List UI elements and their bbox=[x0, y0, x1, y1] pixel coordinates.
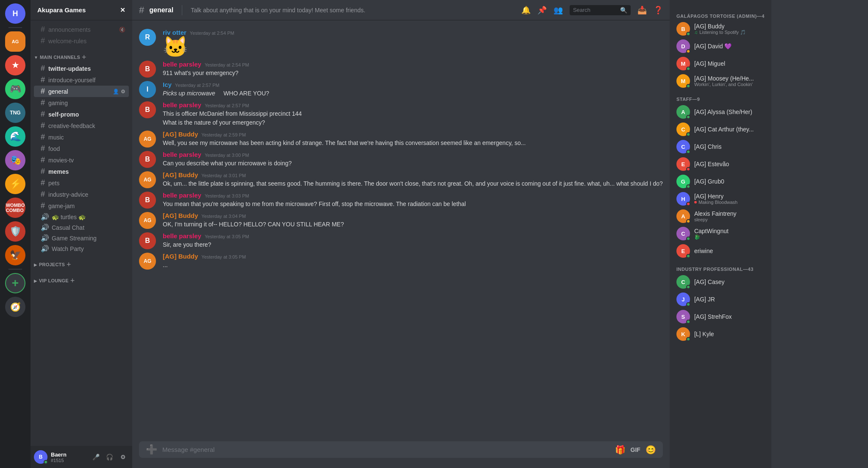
channel-item-announcements[interactable]: # announcements 🔇 bbox=[34, 24, 129, 35]
category-projects[interactable]: ▶ PROJECTS + bbox=[31, 254, 132, 270]
channel-item-movies-tv[interactable]: # movies-tv bbox=[34, 154, 129, 166]
message-author[interactable]: belle parsley bbox=[163, 232, 201, 240]
help-icon[interactable]: ❓ bbox=[654, 6, 663, 15]
channel-item-pets[interactable]: # pets bbox=[34, 177, 129, 189]
message-content: [AG] Buddy Yesterday at 3:04 PM OK, I'm … bbox=[163, 212, 663, 229]
hash-icon: # bbox=[41, 121, 45, 130]
member-list-icon[interactable]: 👥 bbox=[554, 6, 563, 15]
hash-icon: # bbox=[41, 201, 45, 210]
voice-channel-turtles[interactable]: 🔊 🐢 turtles 🐢 bbox=[34, 212, 129, 222]
channel-item-industry-advice[interactable]: # industry-advice bbox=[34, 189, 129, 200]
server-bolt[interactable]: ⚡ bbox=[5, 174, 25, 194]
message-header: [AG] Buddy Yesterday at 3:04 PM bbox=[163, 212, 663, 219]
message-author[interactable]: riv otter bbox=[163, 29, 186, 36]
channel-item-food[interactable]: # food bbox=[34, 143, 129, 154]
message-author[interactable]: belle parsley bbox=[163, 61, 201, 68]
member-name: [AG] Alyssa (She/Her) bbox=[694, 109, 765, 115]
add-channel-icon[interactable]: + bbox=[67, 261, 71, 268]
member-item-grub0[interactable]: G [AG] Grub0 bbox=[673, 173, 768, 190]
microphone-button[interactable]: 🎤 bbox=[90, 451, 102, 463]
member-item-david[interactable]: D [AG] David 💜 bbox=[673, 38, 768, 55]
member-item-jr[interactable]: J [AG] JR bbox=[673, 291, 768, 308]
channel-item-creative-feedback[interactable]: # creative-feedback bbox=[34, 120, 129, 131]
member-item-alyssa[interactable]: A [AG] Alyssa (She/Her) bbox=[673, 103, 768, 120]
channel-item-introduce-yourself[interactable]: # introduce-yourself bbox=[34, 74, 129, 86]
settings-icon[interactable]: ⚙ bbox=[121, 89, 125, 95]
server-dropdown-icon[interactable]: ✕ bbox=[120, 6, 125, 14]
voice-channel-game-streaming[interactable]: 🔊 Game Streaming bbox=[34, 233, 129, 243]
member-item-chris[interactable]: C [AG] Chris bbox=[673, 138, 768, 155]
member-avatar: A bbox=[676, 105, 690, 119]
member-item-eriwine[interactable]: E eriwine bbox=[673, 242, 768, 259]
member-item-miguel[interactable]: M [AG] Miguel bbox=[673, 55, 768, 72]
voice-channel-watch-party[interactable]: 🔊 Watch Party bbox=[34, 243, 129, 254]
voice-channel-casual-chat[interactable]: 🔊 Casual Chat bbox=[34, 222, 129, 233]
channel-item-self-promo[interactable]: # self-promo bbox=[34, 109, 129, 120]
message-group: AG [AG] Buddy Yesterday at 3:01 PM Ok, u… bbox=[132, 170, 670, 190]
avatar: AG bbox=[139, 212, 156, 229]
member-item-captwingnut[interactable]: C CaptWingnut 🐉 bbox=[673, 225, 768, 242]
server-eagle[interactable]: 🦅 bbox=[5, 245, 25, 265]
message-author[interactable]: belle parsley bbox=[163, 101, 201, 109]
category-vip-lounge[interactable]: ▶ VIP LOUNGE + bbox=[31, 270, 132, 286]
message-author[interactable]: [AG] Buddy bbox=[163, 131, 198, 138]
server-star[interactable]: ★ bbox=[5, 55, 25, 75]
channel-item-music[interactable]: # music bbox=[34, 131, 129, 143]
channel-item-memes[interactable]: # memes bbox=[34, 166, 129, 177]
channel-item-twitter-updates[interactable]: # twitter-updates bbox=[34, 63, 129, 74]
search-bar[interactable]: 🔍 bbox=[570, 5, 631, 15]
message-author[interactable]: [AG] Buddy bbox=[163, 253, 198, 260]
member-item-estevao[interactable]: E [AG] Estevão bbox=[673, 156, 768, 173]
server-wave[interactable]: 🌊 bbox=[5, 126, 25, 147]
server-shield[interactable]: 🛡️ bbox=[5, 221, 25, 242]
attachment-icon[interactable]: ➕ bbox=[146, 444, 157, 455]
notification-bell-icon[interactable]: 🔔 bbox=[521, 6, 531, 15]
message-header: belle parsley Yesterday at 2:54 PM bbox=[163, 61, 663, 68]
add-member-icon[interactable]: 👤 bbox=[113, 89, 119, 95]
message-author[interactable]: Icy bbox=[163, 81, 172, 88]
message-author[interactable]: [AG] Buddy bbox=[163, 171, 198, 178]
member-item-kyle[interactable]: K [L] Kyle bbox=[673, 326, 768, 343]
member-item-henry[interactable]: H [AG] Henry Making Bloodwash bbox=[673, 190, 768, 207]
user-settings-button[interactable]: ⚙ bbox=[117, 451, 129, 463]
search-input[interactable] bbox=[573, 7, 618, 13]
member-item-alexis[interactable]: A Alexis Faintreny sleepy bbox=[673, 208, 768, 225]
headphone-button[interactable]: 🎧 bbox=[103, 451, 115, 463]
server-tng[interactable]: TNG bbox=[5, 103, 25, 123]
emoji-icon[interactable]: 😊 bbox=[645, 445, 656, 455]
gif-icon[interactable]: GIF bbox=[629, 446, 642, 454]
message-author[interactable]: belle parsley bbox=[163, 192, 201, 199]
collapse-arrow-icon: ▶ bbox=[34, 262, 37, 267]
server-game[interactable]: 🎮 bbox=[5, 79, 25, 99]
home-button[interactable]: H bbox=[5, 3, 25, 24]
voice-icon: 🔊 bbox=[41, 213, 49, 221]
add-server-button[interactable]: + bbox=[5, 273, 25, 293]
message-group: B belle parsley Yesterday at 2:57 PM Thi… bbox=[132, 100, 670, 129]
server-masks[interactable]: 🎭 bbox=[5, 150, 25, 170]
server-header[interactable]: Akupara Games ✕ bbox=[31, 0, 132, 20]
channel-item-gaming[interactable]: # gaming bbox=[34, 97, 129, 109]
member-item-casey[interactable]: C [AG] Casey bbox=[673, 273, 768, 290]
server-w[interactable]: WOMBOCOMBO bbox=[5, 198, 25, 218]
dnd-dot bbox=[694, 201, 697, 203]
discover-button[interactable]: 🧭 bbox=[5, 297, 25, 317]
channel-item-general[interactable]: # general 👤 ⚙ bbox=[34, 86, 129, 97]
member-item-buddy[interactable]: B [AG] Buddy ♫ Listening to Spotify 🎵 bbox=[673, 20, 768, 37]
message-author[interactable]: belle parsley bbox=[163, 151, 201, 158]
member-info: [AG] Buddy ♫ Listening to Spotify 🎵 bbox=[694, 23, 765, 35]
message-author[interactable]: [AG] Buddy bbox=[163, 212, 198, 219]
message-content: belle parsley Yesterday at 3:00 PM Can y… bbox=[163, 151, 663, 168]
add-channel-icon[interactable]: + bbox=[82, 53, 86, 61]
member-item-catarthur[interactable]: C [AG] Cat Arthur (they... bbox=[673, 121, 768, 138]
pin-icon[interactable]: 📌 bbox=[537, 6, 547, 15]
channel-item-game-jam[interactable]: # game-jam bbox=[34, 200, 129, 212]
inbox-icon[interactable]: 📥 bbox=[637, 6, 647, 15]
gift-icon[interactable]: 🎁 bbox=[615, 445, 626, 455]
member-item-moosey[interactable]: M [AG] Moosey (He/He... Workin', Lurkin'… bbox=[673, 72, 768, 89]
member-item-strehfox[interactable]: S [AG] StrehFox bbox=[673, 308, 768, 325]
add-channel-icon[interactable]: + bbox=[70, 277, 75, 284]
category-main-channels[interactable]: ▼ MAIN CHANNELS + bbox=[31, 47, 132, 63]
channel-item-welcome-rules[interactable]: # welcome-rules bbox=[34, 35, 129, 47]
server-akupara[interactable]: AG bbox=[5, 31, 25, 52]
message-input[interactable] bbox=[162, 441, 610, 458]
